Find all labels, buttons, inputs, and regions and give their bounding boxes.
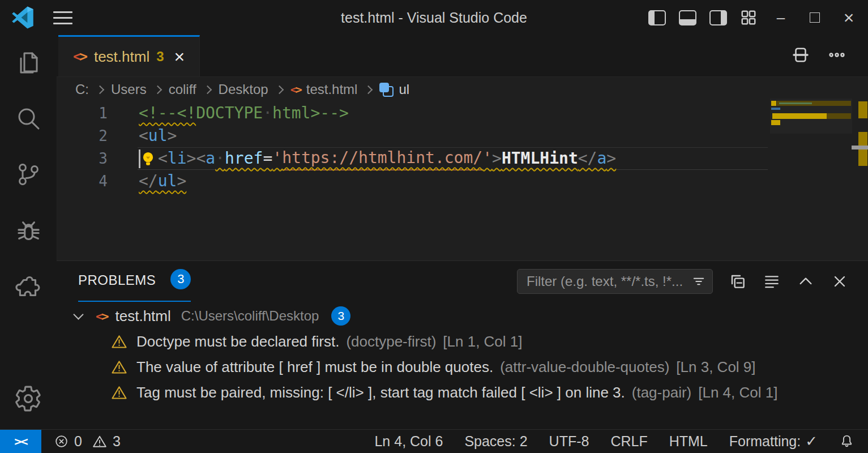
problems-file-group[interactable]: <> test.html C:\Users\coliff\Desktop 3 — [57, 303, 868, 329]
code-token: ul — [148, 125, 168, 147]
code-text: <ul> — [139, 125, 177, 147]
toggle-secondary-sidebar-icon[interactable] — [708, 8, 728, 27]
minimap-line-1-mark — [771, 101, 776, 106]
problems-status-item[interactable]: 0 3 — [54, 433, 121, 450]
breadcrumb-item-desktop[interactable]: Desktop — [219, 82, 268, 97]
problem-row[interactable]: Tag must be paired, missing: [ </li> ], … — [57, 380, 868, 405]
problem-message: Tag must be paired, missing: [ </li> ], … — [136, 384, 625, 401]
status-indentation[interactable]: Spaces: 2 — [464, 433, 527, 450]
code-token: > — [187, 147, 196, 170]
code-text: <li><a·href='https://htmlhint.com/'>HTML… — [139, 147, 616, 170]
check-icon: ✓ — [805, 433, 818, 450]
warning-icon — [92, 434, 108, 450]
extensions-icon[interactable] — [12, 272, 44, 304]
status-cursor-position[interactable]: Ln 4, Col 6 — [374, 433, 443, 450]
problems-filter-box — [517, 269, 713, 294]
problem-position: [Ln 1, Col 1] — [443, 333, 522, 351]
minimap-line-1-text — [779, 102, 812, 104]
problem-rule: (tag-pair) — [632, 384, 691, 401]
breadcrumb-separator-icon — [96, 85, 105, 94]
line-number: 2 — [57, 125, 108, 147]
more-actions-icon[interactable] — [827, 45, 846, 65]
problem-position: [Ln 3, Col 9] — [676, 358, 755, 376]
breadcrumb-item-ul[interactable]: ul — [379, 82, 409, 97]
breadcrumb-item-coliff[interactable]: coliff — [169, 82, 196, 97]
split-editor-icon[interactable] — [791, 45, 810, 65]
code-token: https://htmlhint.com/ — [282, 147, 482, 170]
close-button[interactable]: × — [837, 6, 860, 29]
problem-row[interactable]: Doctype must be declared first.(doctype-… — [57, 329, 868, 354]
minimap-line-4-mark — [771, 120, 780, 125]
code-lines[interactable]: 1<!--<!DOCTYPE·html>-->2<ul>3<li><a·href… — [57, 102, 868, 260]
toggle-panel-icon[interactable] — [678, 8, 697, 27]
code-line-4[interactable]: 4</ul> — [57, 170, 868, 193]
problem-position: [Ln 4, Col 1] — [698, 384, 777, 401]
warning-icon — [111, 384, 127, 401]
status-language-mode[interactable]: HTML — [669, 433, 708, 450]
tab-test-html[interactable]: <> test.html 3 × — [58, 35, 200, 76]
breadcrumb-item-users[interactable]: Users — [111, 82, 147, 97]
code-token: · — [263, 102, 272, 125]
editor-area: <> test.html 3 × C:UserscoliffDesktop<>t… — [57, 35, 868, 429]
text-cursor — [139, 149, 140, 168]
breadcrumb-item-c[interactable]: C: — [75, 82, 89, 97]
problem-rule: (doctype-first) — [346, 333, 436, 351]
filter-icon[interactable] — [691, 273, 707, 289]
vscode-window: test.html - Visual Studio Code – × — [0, 0, 868, 453]
warning-count: 3 — [113, 433, 121, 450]
breadcrumb-separator-icon — [275, 85, 284, 94]
minimap-line-3-bar — [827, 113, 851, 119]
tab-problems[interactable]: PROBLEMS 3 — [78, 261, 191, 302]
html-file-icon: <> — [96, 309, 108, 323]
remote-indicator[interactable]: >< — [0, 430, 41, 453]
tab-close-icon[interactable]: × — [174, 48, 185, 66]
overview-ruler-cursor — [852, 146, 868, 149]
customize-layout-icon[interactable] — [739, 8, 758, 27]
chevron-down-icon[interactable] — [73, 309, 83, 319]
breadcrumb-separator-icon — [203, 85, 212, 94]
minimize-button[interactable]: – — [769, 6, 792, 29]
tab-label: test.html — [94, 48, 149, 66]
toggle-primary-sidebar-icon[interactable] — [647, 8, 666, 27]
code-token: </ — [139, 170, 158, 193]
close-panel-icon[interactable] — [831, 272, 849, 290]
view-as-list-icon[interactable] — [763, 272, 781, 290]
status-formatting-label: Formatting: — [729, 433, 801, 449]
code-token: = — [263, 147, 272, 170]
maximize-button[interactable] — [803, 6, 826, 29]
lightbulb-icon[interactable] — [139, 149, 157, 168]
maximize-panel-icon[interactable] — [797, 272, 815, 290]
explorer-icon[interactable] — [12, 48, 44, 79]
breadcrumb-item-testhtml[interactable]: <>test.html — [290, 82, 358, 97]
status-encoding[interactable]: UTF-8 — [549, 433, 589, 450]
code-line-1[interactable]: 1<!--<!DOCTYPE·html>--> — [57, 102, 868, 125]
code-token: href — [225, 147, 263, 170]
file-problems-badge: 3 — [331, 306, 350, 326]
html-file-icon: <> — [290, 83, 301, 96]
status-formatting[interactable]: Formatting:✓ — [729, 433, 818, 450]
run-and-debug-icon[interactable] — [12, 216, 44, 247]
notifications-bell-icon[interactable] — [839, 434, 854, 449]
status-eol[interactable]: CRLF — [610, 433, 647, 450]
problems-file-name: test.html — [116, 307, 171, 325]
code-token: li — [168, 147, 187, 170]
code-line-2[interactable]: 2<ul> — [57, 125, 868, 147]
code-token: ' — [272, 147, 282, 170]
problem-row[interactable]: The value of attribute [ href ] must be … — [57, 354, 868, 380]
code-token: HTMLHint — [502, 147, 578, 170]
settings-gear-icon[interactable] — [12, 383, 44, 414]
breadcrumb: C:UserscoliffDesktop<>test.htmlul — [57, 76, 868, 102]
code-line-3[interactable]: 3<li><a·href='https://htmlhint.com/'>HTM… — [57, 147, 868, 170]
breadcrumb-label: coliff — [169, 82, 196, 97]
problems-filter-input[interactable] — [525, 273, 691, 290]
collapse-all-icon[interactable] — [729, 272, 747, 290]
problem-message: The value of attribute [ href ] must be … — [136, 358, 493, 376]
menu-icon[interactable] — [53, 6, 76, 29]
breadcrumb-label: ul — [399, 82, 409, 97]
overview-ruler-warning-1 — [858, 101, 867, 118]
breadcrumb-label: C: — [75, 82, 89, 97]
source-control-icon[interactable] — [12, 159, 44, 190]
problems-list: Doctype must be declared first.(doctype-… — [57, 329, 868, 405]
problems-count-badge: 3 — [170, 269, 191, 289]
search-icon[interactable] — [12, 103, 44, 135]
